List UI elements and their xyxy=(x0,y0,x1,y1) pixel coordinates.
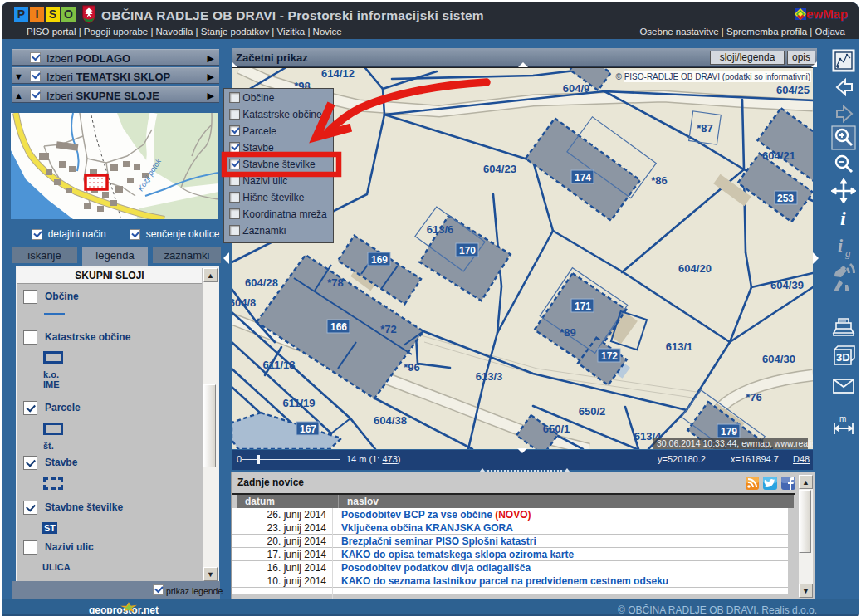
svg-text:604/25: 604/25 xyxy=(776,84,810,96)
svg-text:*78: *78 xyxy=(327,276,344,289)
svg-text:170: 170 xyxy=(459,245,476,257)
svg-text:© PISO-RADLJE OB DRAVI (podatk: © PISO-RADLJE OB DRAVI (podatki so infor… xyxy=(616,72,810,81)
svg-text:613/1: 613/1 xyxy=(666,340,693,353)
svg-text:171: 171 xyxy=(575,301,591,312)
svg-text:*96: *96 xyxy=(404,361,420,374)
svg-text:604/39: 604/39 xyxy=(770,279,804,291)
svg-text:*87: *87 xyxy=(697,122,713,134)
svg-text:167: 167 xyxy=(300,423,316,435)
svg-text:*89: *89 xyxy=(560,326,576,339)
svg-text:174: 174 xyxy=(575,172,591,183)
svg-text:i: i xyxy=(838,235,844,256)
svg-text:169: 169 xyxy=(371,254,388,266)
svg-text:*72: *72 xyxy=(380,323,397,335)
svg-text:g: g xyxy=(845,247,851,259)
svg-text:650/1: 650/1 xyxy=(543,423,570,435)
svg-text:604/20: 604/20 xyxy=(678,262,712,275)
svg-text:604/9: 604/9 xyxy=(563,82,590,95)
svg-text:253: 253 xyxy=(777,193,794,204)
svg-text:604/30: 604/30 xyxy=(762,353,795,365)
svg-text:604/21: 604/21 xyxy=(762,149,795,162)
svg-text:613/3: 613/3 xyxy=(476,370,503,383)
svg-text:650/2: 650/2 xyxy=(579,405,606,418)
svg-text:604/8: 604/8 xyxy=(232,296,256,309)
svg-text:604/28: 604/28 xyxy=(245,276,278,289)
svg-text:m: m xyxy=(839,414,846,423)
svg-text:i: i xyxy=(840,208,846,229)
svg-text:166: 166 xyxy=(330,321,347,333)
svg-text:611/19: 611/19 xyxy=(282,397,315,409)
svg-text:30.06.2014 10:33:44, ewmap, ww: 30.06.2014 10:33:44, ewmap, www.realis.s… xyxy=(657,438,813,448)
svg-text:3D: 3D xyxy=(836,351,850,364)
svg-text:179: 179 xyxy=(721,426,737,438)
svg-text:172: 172 xyxy=(601,350,618,362)
svg-text:611/18: 611/18 xyxy=(262,359,295,371)
svg-text:*76: *76 xyxy=(746,391,762,403)
svg-text:604/38: 604/38 xyxy=(374,414,407,427)
svg-text:613/6: 613/6 xyxy=(427,223,454,236)
svg-text:*86: *86 xyxy=(651,174,668,187)
